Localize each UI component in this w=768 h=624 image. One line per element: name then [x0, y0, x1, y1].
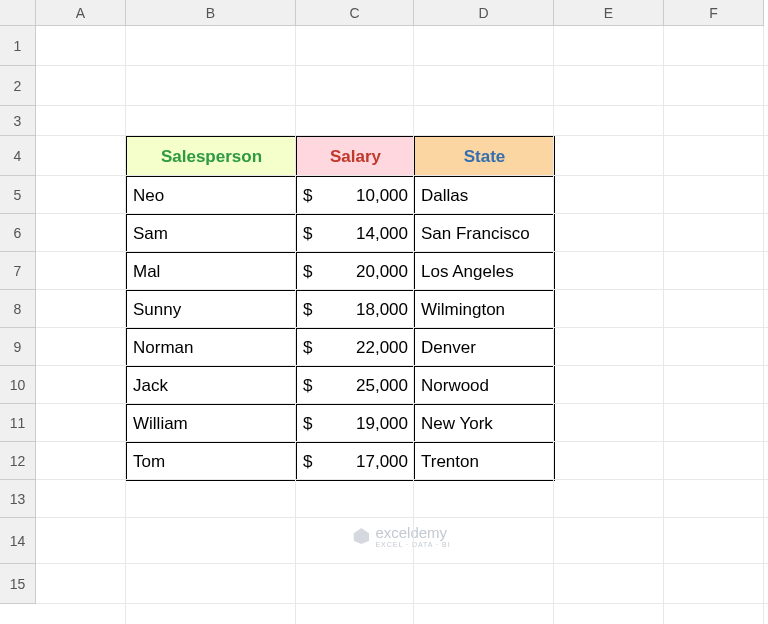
cell-salary[interactable]: $14,000 — [297, 215, 415, 253]
cell-salesperson[interactable]: Mal — [127, 253, 297, 291]
row-header-4[interactable]: 4 — [0, 136, 36, 176]
table-row: Mal$20,000Los Angeles — [127, 253, 555, 291]
gridline-horizontal — [36, 213, 768, 214]
gridline-horizontal — [36, 175, 768, 176]
cell-salary[interactable]: $10,000 — [297, 177, 415, 215]
row-header-7[interactable]: 7 — [0, 252, 36, 290]
gridline-horizontal — [36, 403, 768, 404]
data-table: Salesperson Salary State Neo$10,000Dalla… — [126, 136, 555, 481]
cell-state[interactable]: Norwood — [415, 367, 555, 405]
row-headers: 123456789101112131415 — [0, 26, 36, 604]
currency-symbol: $ — [303, 186, 312, 206]
cell-salesperson[interactable]: Tom — [127, 443, 297, 481]
cell-salesperson[interactable]: Jack — [127, 367, 297, 405]
salary-amount: 19,000 — [303, 414, 408, 434]
column-header-C[interactable]: C — [296, 0, 414, 26]
row-header-8[interactable]: 8 — [0, 290, 36, 328]
gridline-horizontal — [36, 105, 768, 106]
gridline-horizontal — [36, 65, 768, 66]
grid-area[interactable]: Salesperson Salary State Neo$10,000Dalla… — [36, 26, 768, 624]
gridline-horizontal — [36, 517, 768, 518]
table-row: Neo$10,000Dallas — [127, 177, 555, 215]
table-row: Tom$17,000Trenton — [127, 443, 555, 481]
spreadsheet: ABCDEF 123456789101112131415 Salesperson… — [0, 0, 768, 624]
table-row: Sunny$18,000Wilmington — [127, 291, 555, 329]
gridline-vertical — [763, 26, 764, 624]
cell-salary[interactable]: $17,000 — [297, 443, 415, 481]
cell-salesperson[interactable]: Norman — [127, 329, 297, 367]
gridline-horizontal — [36, 251, 768, 252]
column-headers: ABCDEF — [36, 0, 764, 26]
row-header-2[interactable]: 2 — [0, 66, 36, 106]
gridline-horizontal — [36, 563, 768, 564]
cell-state[interactable]: Wilmington — [415, 291, 555, 329]
gridline-vertical — [125, 26, 126, 624]
row-header-11[interactable]: 11 — [0, 404, 36, 442]
cell-salesperson[interactable]: Sam — [127, 215, 297, 253]
row-header-5[interactable]: 5 — [0, 176, 36, 214]
column-header-B[interactable]: B — [126, 0, 296, 26]
salary-amount: 10,000 — [303, 186, 408, 206]
currency-symbol: $ — [303, 452, 312, 472]
column-header-A[interactable]: A — [36, 0, 126, 26]
gridline-horizontal — [36, 365, 768, 366]
row-header-12[interactable]: 12 — [0, 442, 36, 480]
select-all-corner[interactable] — [0, 0, 36, 26]
cell-salary[interactable]: $25,000 — [297, 367, 415, 405]
table-row: Jack$25,000Norwood — [127, 367, 555, 405]
salary-amount: 18,000 — [303, 300, 408, 320]
gridline-vertical — [663, 26, 664, 624]
table-row: Sam$14,000San Francisco — [127, 215, 555, 253]
salary-amount: 20,000 — [303, 262, 408, 282]
gridline-vertical — [295, 26, 296, 624]
cell-salary[interactable]: $18,000 — [297, 291, 415, 329]
cell-salesperson[interactable]: Sunny — [127, 291, 297, 329]
gridline-horizontal — [36, 289, 768, 290]
header-salesperson[interactable]: Salesperson — [127, 137, 297, 177]
column-header-E[interactable]: E — [554, 0, 664, 26]
header-salary[interactable]: Salary — [297, 137, 415, 177]
cell-state[interactable]: San Francisco — [415, 215, 555, 253]
row-header-6[interactable]: 6 — [0, 214, 36, 252]
row-header-1[interactable]: 1 — [0, 26, 36, 66]
header-state[interactable]: State — [415, 137, 555, 177]
currency-symbol: $ — [303, 300, 312, 320]
cell-state[interactable]: Trenton — [415, 443, 555, 481]
table-row: William$19,000New York — [127, 405, 555, 443]
row-header-9[interactable]: 9 — [0, 328, 36, 366]
row-header-14[interactable]: 14 — [0, 518, 36, 564]
cell-salesperson[interactable]: William — [127, 405, 297, 443]
row-header-3[interactable]: 3 — [0, 106, 36, 136]
currency-symbol: $ — [303, 338, 312, 358]
currency-symbol: $ — [303, 376, 312, 396]
cell-salary[interactable]: $19,000 — [297, 405, 415, 443]
column-header-D[interactable]: D — [414, 0, 554, 26]
cell-salesperson[interactable]: Neo — [127, 177, 297, 215]
salary-amount: 25,000 — [303, 376, 408, 396]
currency-symbol: $ — [303, 262, 312, 282]
row-header-13[interactable]: 13 — [0, 480, 36, 518]
table-row: Norman$22,000Denver — [127, 329, 555, 367]
gridline-horizontal — [36, 441, 768, 442]
salary-amount: 22,000 — [303, 338, 408, 358]
cell-salary[interactable]: $22,000 — [297, 329, 415, 367]
currency-symbol: $ — [303, 414, 312, 434]
gridline-horizontal — [36, 603, 768, 604]
gridline-vertical — [553, 26, 554, 624]
column-header-F[interactable]: F — [664, 0, 764, 26]
watermark-logo-icon — [353, 528, 369, 544]
watermark-brand: exceldemy — [375, 524, 447, 541]
gridline-horizontal — [36, 479, 768, 480]
cell-state[interactable]: Los Angeles — [415, 253, 555, 291]
cell-salary[interactable]: $20,000 — [297, 253, 415, 291]
cell-state[interactable]: New York — [415, 405, 555, 443]
salary-amount: 17,000 — [303, 452, 408, 472]
gridline-horizontal — [36, 135, 768, 136]
currency-symbol: $ — [303, 224, 312, 244]
cell-state[interactable]: Denver — [415, 329, 555, 367]
cell-state[interactable]: Dallas — [415, 177, 555, 215]
gridline-vertical — [413, 26, 414, 624]
watermark: exceldemy EXCEL · DATA · BI — [353, 524, 450, 548]
row-header-10[interactable]: 10 — [0, 366, 36, 404]
row-header-15[interactable]: 15 — [0, 564, 36, 604]
